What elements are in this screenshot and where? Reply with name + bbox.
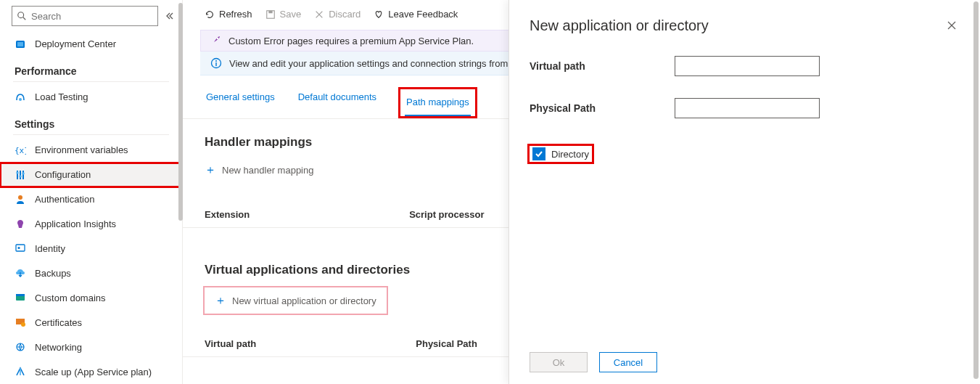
svg-rect-16 — [16, 294, 25, 296]
sidebar-item-label: Environment variables — [35, 144, 128, 155]
rocket-icon — [210, 35, 221, 46]
env-vars-icon: {x} — [15, 144, 26, 156]
svg-point-14 — [17, 247, 20, 249]
highlight-annotation: Path mappings — [398, 87, 477, 118]
svg-point-0 — [18, 12, 24, 18]
refresh-label: Refresh — [219, 9, 252, 20]
sidebar-item-environment-variables[interactable]: {x} Environment variables — [0, 138, 182, 163]
col-virtual-path: Virtual path — [205, 338, 256, 349]
refresh-button[interactable]: Refresh — [205, 9, 252, 20]
tab-general-settings[interactable]: General settings — [205, 87, 276, 118]
plus-icon: ＋ — [215, 295, 226, 306]
svg-rect-28 — [215, 62, 216, 66]
new-handler-label: New handler mapping — [222, 165, 313, 176]
sidebar-item-label: Identity — [35, 243, 65, 254]
feedback-button[interactable]: Leave Feedback — [374, 9, 458, 20]
svg-rect-3 — [17, 42, 23, 46]
sidebar-item-certificates[interactable]: Certificates — [0, 310, 182, 335]
sidebar-item-authentication[interactable]: Authentication — [0, 187, 182, 212]
virtual-path-input[interactable] — [675, 56, 820, 76]
sidebar-item-label: Custom domains — [35, 293, 106, 303]
backups-icon — [15, 267, 26, 279]
sidebar-item-identity[interactable]: Identity — [0, 237, 182, 261]
scale-up-icon — [15, 366, 26, 377]
discard-icon — [314, 9, 324, 20]
virtual-path-label: Virtual path — [530, 60, 653, 72]
checkmark-icon — [535, 150, 543, 158]
authentication-icon — [15, 194, 26, 205]
networking-icon — [15, 341, 26, 353]
save-icon — [265, 9, 276, 20]
save-button: Save — [265, 9, 302, 20]
search-icon — [17, 11, 27, 21]
configuration-icon — [15, 169, 26, 181]
discard-button: Discard — [314, 9, 361, 20]
svg-rect-22 — [268, 10, 272, 13]
tab-default-documents[interactable]: Default documents — [297, 87, 378, 118]
physical-path-input[interactable] — [675, 98, 820, 118]
sidebar-item-custom-domains[interactable]: Custom domains — [0, 285, 182, 310]
sidebar-item-scale-up[interactable]: Scale up (App Service plan) — [0, 359, 182, 384]
collapse-sidebar-button[interactable] — [164, 9, 175, 23]
highlight-annotation: Directory — [530, 146, 592, 162]
refresh-icon — [205, 9, 215, 20]
panel-title: New application or directory — [530, 17, 709, 34]
sidebar-section-performance: Performance — [0, 57, 182, 81]
tab-path-mappings[interactable]: Path mappings — [405, 92, 471, 116]
svg-point-27 — [215, 60, 217, 62]
new-virtual-label: New virtual application or directory — [232, 295, 376, 306]
sidebar-item-label: Authentication — [35, 194, 94, 205]
directory-checkbox[interactable] — [532, 147, 545, 160]
svg-point-4 — [19, 98, 22, 101]
col-extension: Extension — [205, 209, 250, 220]
close-panel-button[interactable] — [944, 17, 960, 33]
sidebar-item-label: Deployment Center — [35, 38, 116, 49]
sidebar-item-label: Networking — [35, 342, 82, 353]
certificates-icon — [15, 316, 26, 328]
custom-domains-icon — [15, 292, 26, 303]
svg-point-9 — [16, 171, 19, 174]
svg-point-11 — [22, 172, 25, 175]
discard-label: Discard — [329, 9, 361, 20]
sidebar-item-label: Certificates — [35, 317, 82, 328]
cancel-button[interactable]: Cancel — [599, 352, 657, 372]
svg-point-25 — [217, 38, 218, 39]
new-virtual-app-button[interactable]: ＋ New virtual application or directory — [205, 287, 387, 314]
banner-text: Custom Error pages requires a premium Ap… — [228, 36, 474, 46]
sidebar-item-label: Load Testing — [35, 91, 88, 102]
svg-point-12 — [18, 195, 22, 200]
svg-point-18 — [21, 322, 25, 327]
heart-icon — [374, 9, 384, 20]
sidebar-item-label: Configuration — [35, 169, 91, 180]
new-application-panel: New application or directory Virtual pat… — [508, 0, 980, 384]
sidebar-item-label: Application Insights — [35, 218, 116, 229]
svg-text:{x}: {x} — [15, 146, 26, 155]
info-text: View and edit your application settings … — [229, 58, 527, 69]
physical-path-label: Physical Path — [530, 102, 653, 114]
save-label: Save — [280, 9, 302, 20]
new-handler-mapping-button[interactable]: ＋ New handler mapping — [183, 154, 335, 186]
sidebar-item-networking[interactable]: Networking — [0, 335, 182, 359]
sidebar-item-backups[interactable]: Backups — [0, 261, 182, 285]
search-input-wrapper[interactable] — [12, 6, 158, 26]
sidebar-item-load-testing[interactable]: Load Testing — [0, 85, 182, 110]
sidebar-item-application-insights[interactable]: Application Insights — [0, 212, 182, 237]
highlight-annotation: ＋ New virtual application or directory — [203, 286, 388, 315]
sidebar-item-label: Scale up (App Service plan) — [35, 367, 152, 377]
sidebar-item-deployment-center[interactable]: Deployment Center — [0, 32, 182, 57]
plus-icon: ＋ — [205, 164, 216, 176]
app-insights-icon — [15, 218, 26, 230]
ok-button: Ok — [530, 352, 588, 372]
svg-rect-13 — [16, 245, 25, 251]
svg-rect-7 — [20, 171, 21, 179]
sidebar-item-configuration[interactable]: Configuration — [0, 163, 182, 187]
load-testing-icon — [15, 91, 26, 103]
svg-rect-8 — [22, 171, 24, 179]
identity-icon — [15, 242, 26, 254]
col-physical-path: Physical Path — [416, 338, 477, 349]
directory-label: Directory — [551, 149, 589, 160]
sidebar: Deployment Center Performance Load Testi… — [0, 0, 183, 384]
svg-point-10 — [19, 175, 22, 178]
page-scrollbar[interactable] — [973, 1, 979, 379]
search-input[interactable] — [31, 11, 153, 22]
